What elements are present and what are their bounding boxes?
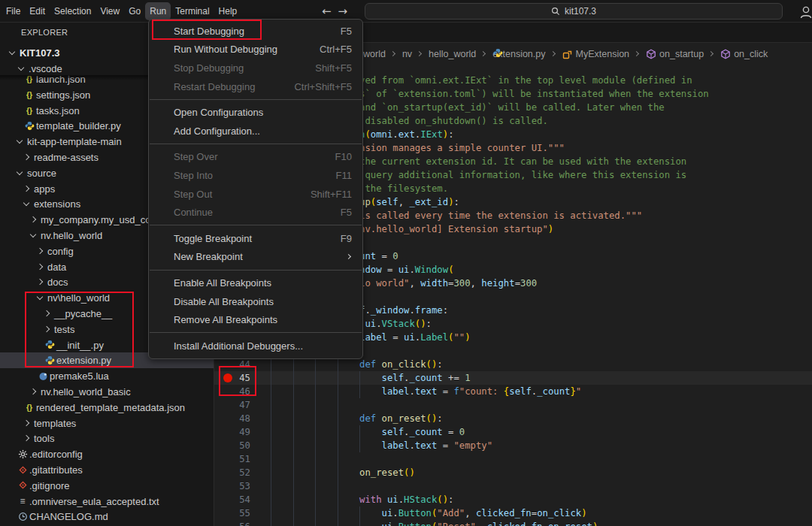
txt-file-icon: ≡ <box>17 496 28 506</box>
breadcrumb-item-label: world <box>363 49 386 59</box>
menubar-item-view[interactable]: View <box>95 2 124 20</box>
sidebar-item-label: settings.json <box>36 89 90 101</box>
code-text: def on_reset(): <box>271 412 443 425</box>
vscode-window: FileEditSelectionViewGoRunTerminalHelp ←… <box>0 0 812 526</box>
menu-item-install-additional-debuggers[interactable]: Install Additional Debuggers... <box>149 337 362 355</box>
menu-item-run-without-debugging[interactable]: Run Without DebuggingCtrl+F5 <box>149 41 362 59</box>
breadcrumb-item-on-click[interactable]: on_click <box>720 49 768 59</box>
menu-item-new-breakpoint[interactable]: New Breakpoint <box>149 248 362 267</box>
chevron-down-icon <box>17 138 23 144</box>
line-number[interactable]: 55 <box>214 506 250 520</box>
breadcrumb-item-on-startup[interactable]: on_startup <box>646 49 704 59</box>
menu-item-label: Enable All Breakpoints <box>174 277 271 289</box>
menu-separator <box>150 99 362 100</box>
command-center-search[interactable]: kit107.3 <box>365 3 783 20</box>
code-line-53[interactable]: 53 <box>214 479 812 493</box>
menubar-item-run[interactable]: Run <box>145 2 171 20</box>
breadcrumb-item-extension-py[interactable]: extension.py <box>492 49 545 59</box>
line-number[interactable]: 54 <box>214 493 250 506</box>
menu-item-label: Step Into <box>174 170 213 181</box>
code-line-51[interactable]: 51 <box>214 452 812 466</box>
code-line-54[interactable]: 54 with ui.HStack(): <box>214 493 812 506</box>
menu-item-step-over: Step OverF10 <box>149 148 362 167</box>
indent-guide <box>338 452 338 466</box>
breadcrumb-separator-icon <box>390 50 398 58</box>
menu-item-shortcut: F9 <box>341 233 352 244</box>
code-line-47[interactable]: 47 <box>214 398 812 412</box>
sidebar-item-editorconfig[interactable]: .editorconfig <box>0 446 214 462</box>
forward-arrow-icon[interactable]: → <box>338 5 348 18</box>
git-file-icon <box>17 464 28 475</box>
breadcrumb-item-nv[interactable]: nv <box>402 49 412 59</box>
menu-item-stop-debugging: Stop DebuggingShift+F5 <box>149 59 362 77</box>
sidebar-item-nv-hello-world-basic[interactable]: nv.hello_world_basic <box>0 384 214 400</box>
sidebar-item-label: data <box>47 261 66 274</box>
indent-guide <box>293 452 294 466</box>
account-icon[interactable] <box>798 5 812 20</box>
search-icon <box>551 7 560 16</box>
code-line-50[interactable]: 50 label.text = "empty" <box>214 439 812 452</box>
menu-item-enable-all-breakpoints[interactable]: Enable All Breakpoints <box>149 274 362 292</box>
back-arrow-icon[interactable]: ← <box>322 5 332 18</box>
line-number[interactable]: 48 <box>214 412 250 425</box>
sidebar-item-templates[interactable]: templates <box>0 416 214 431</box>
annotation-box-breakpoint-line <box>219 366 256 396</box>
sidebar-item-label: .vscode <box>29 62 62 75</box>
menu-item-label: Step Over <box>174 151 218 162</box>
code-line-48[interactable]: 48 def on_reset(): <box>214 412 812 425</box>
sidebar-item-changelog-md[interactable]: CHANGELOG.md <box>0 509 214 524</box>
line-number[interactable]: 52 <box>214 466 250 479</box>
sidebar-item-tools[interactable]: tools <box>0 431 214 446</box>
code-text: with ui.HStack(): <box>271 493 454 506</box>
lua-file-icon <box>38 370 48 381</box>
sidebar-item-rendered-template-metadata-json[interactable]: {}rendered_template_metadata.json <box>0 400 214 416</box>
indent-guide <box>293 479 294 493</box>
chevron-right-icon <box>37 263 43 269</box>
sidebar-item-label: readme-assets <box>34 151 98 164</box>
sidebar-item-label: .gitignore <box>29 479 69 492</box>
menubar-item-go[interactable]: Go <box>124 2 145 20</box>
sidebar-item-gitattributes[interactable]: .gitattributes <box>0 462 214 478</box>
menu-item-label: Disable All Breakpoints <box>174 296 274 307</box>
menu-item-remove-all-breakpoints[interactable]: Remove All Breakpoints <box>149 310 362 329</box>
menubar-item-selection[interactable]: Selection <box>50 2 95 20</box>
code-line-44[interactable]: 44 def on_click(): <box>214 358 812 371</box>
menu-item-label: Continue <box>174 207 213 218</box>
breadcrumb-item-hello-world[interactable]: hello_world <box>429 49 476 59</box>
line-number[interactable]: 49 <box>214 425 250 439</box>
breadcrumb-item-label: nv <box>402 49 412 59</box>
run-menu-dropdown: Start DebuggingF5Run Without DebuggingCt… <box>148 19 363 359</box>
line-number[interactable]: 53 <box>214 479 250 493</box>
breadcrumb-item-world[interactable]: world <box>363 49 386 59</box>
menu-item-label: Toggle Breakpoint <box>174 233 252 244</box>
menubar-item-file[interactable]: File <box>2 2 25 20</box>
code-line-56[interactable]: 56 ui.Button("Reset", clicked_fn=on_rese… <box>214 520 812 526</box>
menubar-item-terminal[interactable]: Terminal <box>171 2 214 20</box>
menu-item-toggle-breakpoint[interactable]: Toggle BreakpointF9 <box>149 229 362 248</box>
indent-guide <box>315 479 316 493</box>
menu-item-add-configuration[interactable]: Add Configuration... <box>149 122 362 141</box>
menu-item-disable-all-breakpoints[interactable]: Disable All Breakpoints <box>149 292 362 311</box>
sidebar-item-label: premake5.lua <box>50 370 109 382</box>
sidebar-item-premake5-lua[interactable]: premake5.lua <box>0 368 214 384</box>
sidebar-item-label: .gitattributes <box>29 464 83 476</box>
menubar-item-help[interactable]: Help <box>214 2 242 20</box>
code-line-52[interactable]: 52 on_reset() <box>214 466 812 479</box>
code-line-46[interactable]: 46 label.text = f"count: {self._count}" <box>214 385 812 398</box>
line-number[interactable]: 51 <box>214 452 250 466</box>
line-number[interactable]: 47 <box>214 398 250 412</box>
code-text: label.text = "empty" <box>271 439 492 452</box>
code-line-55[interactable]: 55 ui.Button("Add", clicked_fn=on_click) <box>214 506 812 520</box>
sidebar-item-omniverse-eula-accepted-txt[interactable]: ≡.omniverse_eula_accepted.txt <box>0 494 214 509</box>
annotation-box-hello-world-folder <box>25 292 134 367</box>
menu-item-open-configurations[interactable]: Open Configurations <box>149 103 362 122</box>
code-line-45[interactable]: 45 self._count += 1 <box>214 371 812 385</box>
menubar-item-edit[interactable]: Edit <box>25 2 50 20</box>
breadcrumb-item-myextension[interactable]: MyExtension <box>562 49 630 59</box>
indent-guide <box>338 398 338 412</box>
line-number[interactable]: 50 <box>214 439 250 452</box>
menu-item-step-out: Step OutShift+F11 <box>149 185 362 204</box>
sidebar-item-gitignore[interactable]: .gitignore <box>0 478 214 494</box>
code-line-49[interactable]: 49 self._count = 0 <box>214 425 812 439</box>
line-number[interactable]: 56 <box>214 520 250 526</box>
